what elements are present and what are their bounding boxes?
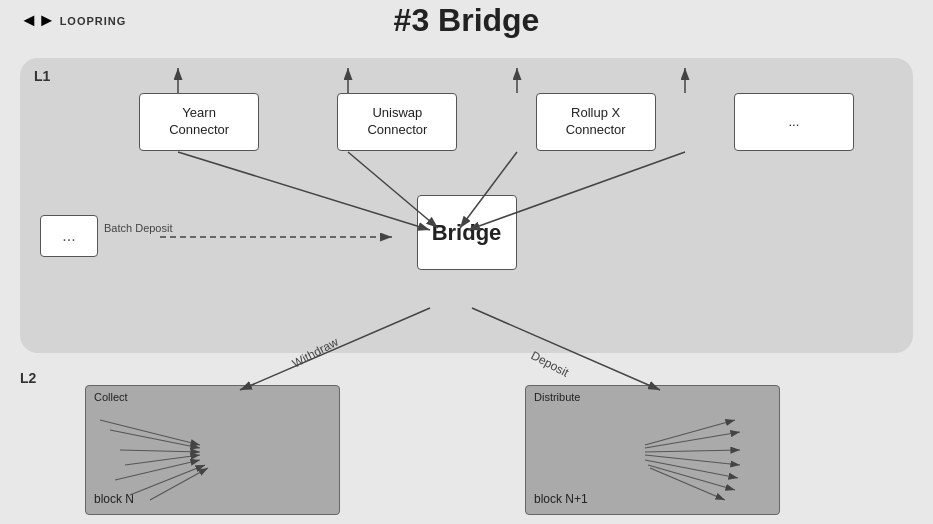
logo-arrow-icon: ◄► [20,10,56,31]
uniswap-connector-label: UniswapConnector [367,105,427,139]
page-title: #3 Bridge [394,2,540,39]
batch-box: ... [40,215,98,257]
collect-title: Collect [94,391,128,403]
batch-box-label: ... [62,227,75,245]
distribute-box: Distribute block N+1 [525,385,780,515]
yearn-connector-label: YearnConnector [169,105,229,139]
more-connector-box: ... [734,93,854,151]
uniswap-connector-box: UniswapConnector [337,93,457,151]
l2-label: L2 [20,370,36,386]
collect-box: Collect block N [85,385,340,515]
bridge-box: Bridge [417,195,517,270]
deposit-label: Deposit [529,348,572,380]
header: ◄► LOOPRING #3 Bridge [0,0,933,41]
batch-deposit-label: Batch Deposit [104,222,172,234]
rollupx-connector-box: Rollup XConnector [536,93,656,151]
rollupx-connector-label: Rollup XConnector [566,105,626,139]
distribute-block: block N+1 [534,492,588,506]
logo: ◄► LOOPRING [20,10,126,31]
more-connector-label: ... [788,114,799,131]
logo-text: LOOPRING [60,15,127,27]
yearn-connector-box: YearnConnector [139,93,259,151]
collect-block: block N [94,492,134,506]
connectors-row: YearnConnector UniswapConnector Rollup X… [100,93,893,151]
bridge-label: Bridge [432,220,502,246]
l1-label: L1 [34,68,50,84]
distribute-title: Distribute [534,391,580,403]
